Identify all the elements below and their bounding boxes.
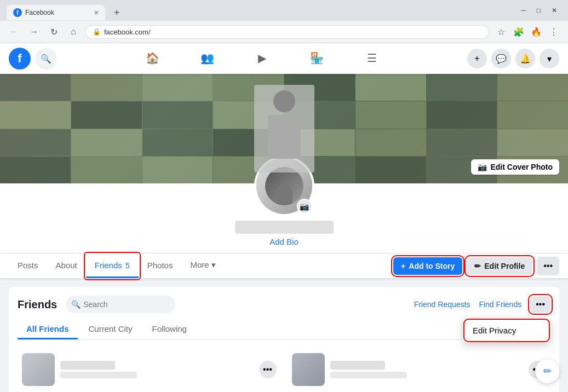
edit-profile-btn[interactable]: ✏ Edit Profile — [467, 257, 532, 275]
friends-header-links: Friend Requests Find Friends ••• Edit Pr… — [414, 296, 550, 313]
profile-section: 📷 Add Bio — [0, 183, 568, 253]
browser-controls: ← → ↻ ⌂ 🔒 facebook.com/ ☆ 🧩 🔥 ⋮ — [0, 21, 568, 43]
back-btn[interactable]: ← — [7, 24, 22, 39]
edit-privacy-item[interactable]: Edit Privacy — [465, 320, 548, 341]
flame-btn[interactable]: 🔥 — [529, 24, 544, 39]
friends-badge: 5 — [125, 261, 130, 270]
profile-name — [235, 221, 334, 234]
sub-tab-all-friends[interactable]: All Friends — [18, 320, 78, 339]
add-to-story-label: Add to Story — [409, 262, 455, 270]
friend-info — [330, 361, 524, 378]
main-content: 📷 Edit Cover Photo 📷 Add Bio — [0, 74, 568, 392]
lock-icon: 🔒 — [93, 28, 101, 36]
friends-more-wrapper: ••• Edit Privacy — [530, 296, 550, 313]
maximize-btn[interactable]: □ — [532, 4, 545, 16]
fb-nav-marketplace[interactable]: 🏪 — [290, 43, 345, 74]
add-to-story-btn[interactable]: + Add to Story — [393, 257, 462, 275]
friend-card[interactable]: ••• — [288, 349, 551, 390]
tab-about[interactable]: About — [47, 254, 86, 278]
home-btn[interactable]: ⌂ — [66, 24, 81, 39]
tab-photos[interactable]: Photos — [139, 254, 182, 278]
sub-tab-following[interactable]: Following — [144, 320, 196, 339]
edit-cover-label: Edit Cover Photo — [490, 163, 553, 171]
cover-photo: 📷 Edit Cover Photo — [0, 74, 568, 183]
friends-section: Friends 🔍 Friend Requests Find Friends •… — [9, 287, 559, 392]
friends-grid: ••• ••• — [18, 349, 550, 390]
tab-posts[interactable]: Posts — [9, 254, 47, 278]
friend-requests-link[interactable]: Friend Requests — [414, 300, 471, 309]
chevron-down-icon: ▾ — [211, 260, 216, 269]
friends-title: Friends — [18, 298, 57, 311]
friends-search-input[interactable] — [66, 296, 175, 313]
pencil-icon: ✏ — [474, 262, 481, 270]
notifications-btn[interactable]: 🔔 — [515, 49, 535, 68]
tab-friends-label: Friends — [95, 261, 122, 270]
friend-mutual — [60, 372, 137, 378]
friend-avatar-inner — [292, 353, 325, 386]
new-tab-btn[interactable]: + — [110, 6, 124, 20]
fb-nav-friends[interactable]: 👥 — [180, 43, 235, 74]
minimize-btn[interactable]: ─ — [517, 4, 530, 16]
friends-more-btn[interactable]: ••• — [530, 296, 550, 313]
friend-card[interactable]: ••• — [18, 349, 281, 390]
forward-btn[interactable]: → — [26, 24, 42, 39]
bookmark-btn[interactable]: ☆ — [494, 24, 509, 39]
profile-tabs-actions: + Add to Story ✏ Edit Profile ••• — [393, 257, 559, 275]
tab-favicon: f — [13, 8, 22, 17]
tab-close-btn[interactable]: × — [94, 8, 99, 17]
extensions-btn[interactable]: 🧩 — [511, 24, 526, 39]
edit-profile-label: Edit Profile — [484, 262, 525, 270]
account-btn[interactable]: ▾ — [540, 49, 559, 68]
friends-dropdown-menu: Edit Privacy — [463, 318, 550, 343]
profile-more-btn[interactable]: ••• — [537, 257, 559, 275]
address-bar[interactable]: 🔒 facebook.com/ — [85, 25, 489, 39]
fb-search-btn[interactable]: 🔍 — [35, 48, 57, 70]
cover-photo-section: 📷 Edit Cover Photo 📷 Add Bio — [0, 74, 568, 278]
browser-action-buttons: ☆ 🧩 🔥 ⋮ — [494, 24, 561, 39]
tab-more-label: More — [190, 260, 209, 269]
tab-more[interactable]: More ▾ — [181, 253, 224, 278]
plus-icon: + — [401, 262, 405, 270]
create-btn[interactable]: + — [467, 49, 487, 68]
refresh-btn[interactable]: ↻ — [46, 24, 61, 39]
fb-nav-home[interactable]: 🏠 — [125, 43, 180, 74]
add-bio-btn[interactable]: Add Bio — [269, 237, 299, 246]
window-controls: ─ □ ✕ — [517, 4, 561, 21]
edit-cover-photo-btn[interactable]: 📷 Edit Cover Photo — [471, 159, 559, 175]
menu-btn[interactable]: ⋮ — [546, 24, 561, 39]
friend-avatar-inner — [22, 353, 55, 386]
close-window-btn[interactable]: ✕ — [547, 4, 561, 16]
camera-icon: 📷 — [478, 163, 487, 171]
fb-nav-icons: 🏠 👥 ▶ 🏪 ☰ — [57, 43, 467, 74]
friend-card-more-btn[interactable]: ••• — [259, 361, 277, 378]
friends-header: Friends 🔍 Friend Requests Find Friends •… — [18, 296, 550, 313]
browser-tab[interactable]: f Facebook × — [7, 5, 105, 20]
messenger-btn[interactable]: 💬 — [491, 49, 511, 68]
fab-edit-btn[interactable]: ✏ — [535, 359, 559, 383]
tab-title: Facebook — [25, 9, 91, 16]
address-text: facebook.com/ — [104, 28, 482, 36]
friend-avatar — [292, 353, 325, 386]
friend-mutual — [330, 372, 407, 378]
profile-tabs: Posts About Friends 5 Photos More ▾ + Ad… — [0, 253, 568, 278]
friend-name — [60, 361, 115, 370]
fb-nav-right: + 💬 🔔 ▾ — [467, 49, 559, 68]
sub-tab-current-city[interactable]: Current City — [80, 320, 141, 339]
search-icon: 🔍 — [71, 300, 81, 309]
fb-nav-menu[interactable]: ☰ — [345, 43, 399, 74]
friend-name — [330, 361, 385, 370]
tab-friends[interactable]: Friends 5 — [86, 254, 139, 278]
fb-nav-watch[interactable]: ▶ — [235, 43, 290, 74]
profile-pic-camera-btn[interactable]: 📷 — [297, 199, 312, 214]
friends-search: 🔍 — [66, 296, 405, 313]
find-friends-link[interactable]: Find Friends — [479, 300, 521, 309]
browser-chrome: f Facebook × + ─ □ ✕ ← → ↻ ⌂ 🔒 facebook.… — [0, 0, 568, 43]
fb-logo: f — [9, 48, 31, 70]
friend-info — [60, 361, 254, 378]
friend-avatar — [22, 353, 55, 386]
browser-titlebar: f Facebook × + ─ □ ✕ — [0, 0, 568, 21]
fb-navbar: f 🔍 🏠 👥 ▶ 🏪 ☰ + 💬 🔔 ▾ — [0, 43, 568, 74]
friends-search-wrapper: 🔍 — [66, 296, 175, 313]
